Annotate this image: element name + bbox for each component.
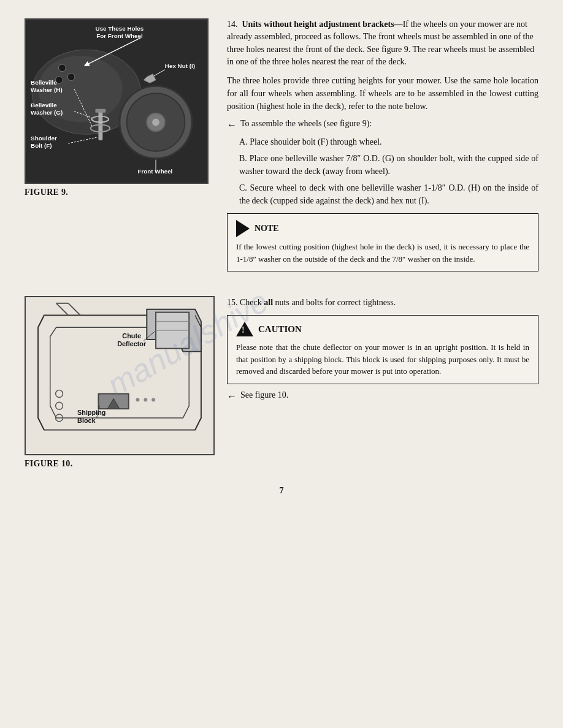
item-14-number: 14. bbox=[227, 20, 238, 29]
caution-label: CAUTION bbox=[258, 324, 302, 335]
step-c: C. Secure wheel to deck with one bellevi… bbox=[227, 181, 538, 207]
svg-text:Use These Holes: Use These Holes bbox=[96, 25, 144, 32]
svg-point-28 bbox=[152, 119, 159, 126]
figure-9-label: FIGURE 9. bbox=[25, 188, 215, 197]
right-column-top: 14. Units without height adjustment brac… bbox=[227, 18, 538, 278]
see-figure-10-text: See figure 10. bbox=[240, 390, 288, 400]
caution-box: CAUTION Please note that the chute defle… bbox=[227, 315, 538, 384]
svg-text:Chute: Chute bbox=[122, 332, 141, 339]
svg-point-48 bbox=[151, 398, 155, 402]
svg-text:Bolt (F): Bolt (F) bbox=[31, 142, 52, 149]
page: Use These Holes For Front Wheel Hex Nut … bbox=[0, 0, 563, 728]
figure-10-label: FIGURE 10. bbox=[25, 459, 215, 469]
figure-9-image: Use These Holes For Front Wheel Hex Nut … bbox=[25, 18, 209, 184]
item-14-header-bold: Units without height adjustment brackets… bbox=[242, 20, 403, 29]
item-14-text: 14. Units without height adjustment brac… bbox=[227, 18, 538, 68]
page-number: 7 bbox=[25, 486, 538, 496]
svg-text:Front Wheel: Front Wheel bbox=[137, 168, 172, 175]
fig10-arrow-line: ← See figure 10. bbox=[227, 390, 538, 402]
bottom-section: Chute Deflector Shipping Block bbox=[25, 296, 538, 474]
figure-10-image: Chute Deflector Shipping Block bbox=[25, 296, 215, 455]
caution-triangle-icon bbox=[236, 322, 253, 336]
step-c-text: Secure wheel to deck with one belleville… bbox=[239, 183, 538, 205]
svg-text:Shipping: Shipping bbox=[77, 409, 105, 416]
note-text: If the lowest cutting position (highest … bbox=[236, 241, 529, 265]
arrow-left-fig10-icon: ← bbox=[227, 391, 237, 402]
item-15-text: 15. Check all nuts and bolts for correct… bbox=[227, 296, 538, 309]
arrow-left-icon: ← bbox=[227, 119, 237, 131]
svg-text:Belleville: Belleville bbox=[31, 79, 57, 86]
item-14-paragraph2: The three holes provide three cutting he… bbox=[227, 74, 538, 113]
caution-text: Please note that the chute deflector on … bbox=[236, 341, 529, 377]
note-label: NOTE bbox=[255, 224, 279, 233]
svg-text:Shoulder: Shoulder bbox=[31, 135, 57, 142]
item-15-number: 15. bbox=[227, 298, 240, 307]
svg-point-3 bbox=[58, 64, 66, 72]
top-section: Use These Holes For Front Wheel Hex Nut … bbox=[25, 18, 538, 278]
svg-text:Hex Nut (I): Hex Nut (I) bbox=[165, 63, 195, 69]
note-arrow-icon bbox=[236, 220, 250, 237]
step-b: B. Place one belleville washer 7/8″ O.D.… bbox=[227, 152, 538, 178]
svg-point-4 bbox=[67, 74, 75, 81]
step-b-letter: B. bbox=[239, 154, 250, 163]
svg-point-47 bbox=[144, 398, 147, 402]
svg-text:Washer (G): Washer (G) bbox=[31, 109, 63, 116]
svg-text:Block: Block bbox=[77, 417, 96, 424]
assemble-intro-text: To assemble the wheels (see figure 9): bbox=[240, 119, 372, 129]
step-a: A. Place shoulder bolt (F) through wheel… bbox=[227, 135, 538, 148]
item-15-all: all bbox=[264, 298, 273, 307]
note-box: NOTE If the lowest cutting position (hig… bbox=[227, 213, 538, 271]
left-column-bottom: Chute Deflector Shipping Block bbox=[25, 296, 215, 474]
caution-header: CAUTION bbox=[236, 322, 529, 336]
left-column: Use These Holes For Front Wheel Hex Nut … bbox=[25, 18, 215, 278]
svg-rect-13 bbox=[96, 109, 106, 113]
assemble-steps: A. Place shoulder bolt (F) through wheel… bbox=[227, 135, 538, 207]
assemble-intro-line: ← To assemble the wheels (see figure 9): bbox=[227, 119, 538, 131]
svg-text:Belleville: Belleville bbox=[31, 102, 57, 108]
step-a-letter: A. bbox=[239, 137, 250, 146]
svg-text:For Front Wheel: For Front Wheel bbox=[96, 32, 143, 39]
svg-text:Deflector: Deflector bbox=[117, 340, 147, 347]
step-c-letter: C. bbox=[239, 183, 250, 192]
svg-point-46 bbox=[136, 398, 140, 402]
step-b-text: Place one belleville washer 7/8″ O.D. (G… bbox=[239, 154, 538, 176]
svg-text:Washer (H): Washer (H) bbox=[31, 86, 63, 93]
note-header: NOTE bbox=[236, 220, 529, 237]
step-a-text: Place shoulder bolt (F) through wheel. bbox=[250, 137, 381, 146]
right-column-bottom: 15. Check all nuts and bolts for correct… bbox=[227, 296, 538, 474]
